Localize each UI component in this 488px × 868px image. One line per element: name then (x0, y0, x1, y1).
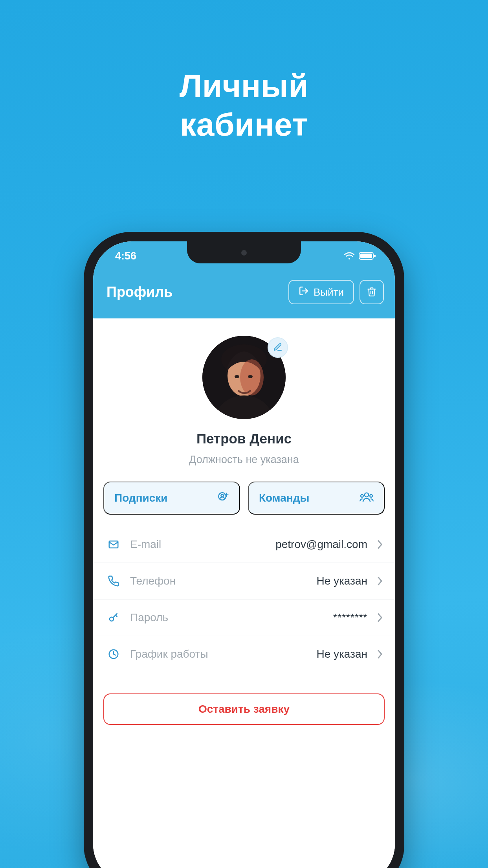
email-row[interactable]: E-mail petrov@gmail.com (93, 526, 395, 563)
app-header: Профиль Выйти (93, 270, 395, 318)
email-value: petrov@gmail.com (275, 538, 367, 551)
password-value: ******** (333, 611, 367, 624)
add-person-icon (216, 491, 229, 506)
subscriptions-label: Подписки (114, 492, 168, 504)
clock-icon (105, 648, 122, 660)
submit-request-label: Оставить заявку (198, 703, 290, 715)
pencil-icon (273, 342, 283, 353)
page-title: Профиль (106, 284, 173, 300)
logout-button[interactable]: Выйти (288, 280, 354, 304)
subscriptions-chip[interactable]: Подписки (103, 482, 240, 515)
schedule-row[interactable]: График работы Не указан (93, 636, 395, 672)
chevron-right-icon (377, 576, 383, 586)
email-label: E-mail (130, 538, 161, 551)
teams-chip[interactable]: Команды (248, 482, 385, 515)
delete-account-button[interactable] (360, 280, 384, 304)
wifi-icon (344, 252, 355, 260)
phone-device-frame: 4:56 П (84, 232, 404, 868)
password-label: Пароль (130, 611, 168, 624)
phone-notch (187, 241, 301, 263)
key-icon (105, 612, 122, 623)
status-time: 4:56 (115, 250, 136, 262)
teams-label: Команды (259, 492, 309, 504)
avatar-container (202, 336, 286, 419)
battery-icon (359, 252, 376, 260)
people-icon (360, 491, 374, 506)
submit-request-button[interactable]: Оставить заявку (103, 693, 385, 725)
schedule-label: График работы (130, 648, 208, 660)
email-icon (105, 539, 122, 550)
svg-rect-2 (374, 255, 376, 257)
user-name: Петров Денис (93, 431, 395, 447)
trash-icon (367, 287, 377, 298)
svg-rect-1 (360, 254, 372, 258)
logout-label: Выйти (314, 286, 344, 298)
marketing-headline: Личный кабинет (0, 67, 488, 144)
svg-point-16 (361, 495, 363, 497)
svg-point-15 (365, 493, 369, 497)
logout-icon (299, 286, 309, 299)
svg-point-10 (248, 375, 253, 378)
password-row[interactable]: Пароль ******** (93, 600, 395, 636)
marketing-line-2: кабинет (0, 105, 488, 144)
svg-point-17 (370, 495, 372, 497)
phone-row[interactable]: Телефон Не указан (93, 563, 395, 600)
marketing-line-1: Личный (0, 67, 488, 105)
profile-details-list: E-mail petrov@gmail.com Телефон Не указа… (93, 526, 395, 672)
phone-label: Телефон (130, 575, 176, 587)
chevron-right-icon (377, 613, 383, 622)
svg-point-9 (235, 375, 239, 378)
user-subtitle: Должность не указана (93, 454, 395, 466)
phone-icon (105, 575, 122, 587)
phone-value: Не указан (316, 575, 367, 587)
svg-point-12 (221, 494, 223, 497)
chevron-right-icon (377, 649, 383, 659)
schedule-value: Не указан (316, 648, 367, 660)
edit-avatar-button[interactable] (268, 337, 288, 358)
chevron-right-icon (377, 540, 383, 549)
